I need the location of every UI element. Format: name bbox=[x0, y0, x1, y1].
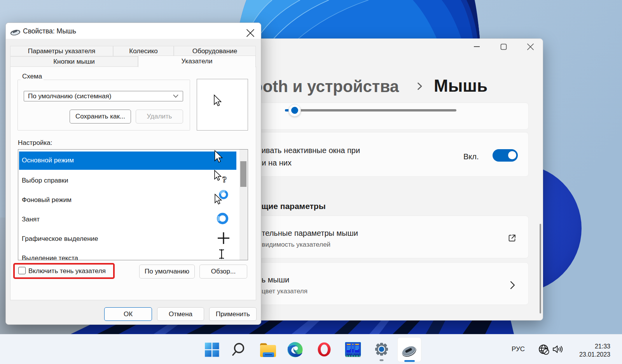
svg-text:?: ? bbox=[222, 174, 227, 184]
